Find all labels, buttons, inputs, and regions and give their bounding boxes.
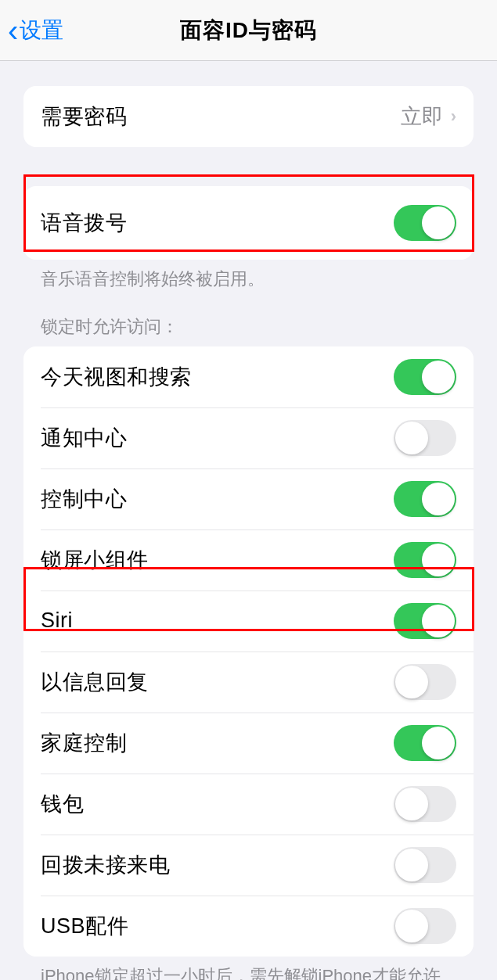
toggle-knob: [422, 206, 455, 239]
group-voice-dial: 语音拨号: [23, 186, 474, 260]
cell-lock-item: 家庭控制: [23, 713, 474, 774]
cell-lock-item: 锁屏小组件: [23, 529, 474, 591]
cell-lock-item: USB配件: [23, 896, 474, 957]
lock-item-toggle[interactable]: [394, 420, 456, 456]
cell-right: 立即 ›: [401, 102, 456, 131]
lock-item-toggle[interactable]: [394, 542, 456, 578]
voice-dial-footnote: 音乐语音控制将始终被启用。: [0, 260, 497, 292]
chevron-right-icon: ›: [451, 106, 456, 127]
cell-label: Siri: [41, 608, 73, 633]
cell-label: 家庭控制: [41, 729, 127, 757]
cell-require-passcode[interactable]: 需要密码 立即 ›: [23, 86, 474, 147]
toggle-knob: [395, 788, 428, 820]
cell-lock-item: 控制中心: [23, 468, 474, 529]
lock-item-toggle[interactable]: [394, 603, 456, 639]
navigation-bar: ‹ 设置 面容ID与密码: [0, 0, 497, 61]
page-title: 面容ID与密码: [180, 16, 317, 45]
cell-lock-item: 钱包: [23, 774, 474, 835]
cell-label: 控制中心: [41, 485, 127, 513]
cell-lock-item: Siri: [23, 591, 474, 652]
toggle-knob: [395, 910, 428, 942]
cell-lock-item: 通知中心: [23, 407, 474, 468]
lock-item-toggle[interactable]: [394, 908, 456, 944]
toggle-knob: [422, 605, 455, 637]
toggle-knob: [422, 483, 455, 515]
lock-item-toggle[interactable]: [394, 359, 456, 395]
group-require-passcode: 需要密码 立即 ›: [23, 86, 474, 147]
toggle-knob: [422, 544, 455, 576]
toggle-knob: [422, 361, 455, 393]
lock-item-toggle[interactable]: [394, 847, 456, 883]
toggle-knob: [395, 422, 428, 454]
toggle-knob: [422, 727, 455, 759]
chevron-left-icon: ‹: [8, 15, 18, 46]
cell-label: 钱包: [41, 790, 84, 818]
cell-label: USB配件: [41, 912, 128, 940]
lock-item-toggle[interactable]: [394, 481, 456, 517]
lock-item-toggle[interactable]: [394, 664, 456, 700]
cell-label: 语音拨号: [41, 209, 127, 237]
voice-dial-toggle[interactable]: [394, 205, 456, 241]
cell-label: 需要密码: [41, 102, 127, 131]
cell-lock-item: 回拨未接来电: [23, 835, 474, 896]
lock-item-toggle[interactable]: [394, 725, 456, 761]
lock-item-toggle[interactable]: [394, 786, 456, 822]
cell-lock-item: 今天视图和搜索: [23, 346, 474, 407]
cell-label: 回拨未接来电: [41, 851, 170, 879]
back-button[interactable]: ‹ 设置: [8, 15, 63, 46]
back-label: 设置: [20, 16, 63, 45]
cell-voice-dial: 语音拨号: [23, 186, 474, 260]
group-lock-access: 今天视图和搜索通知中心控制中心锁屏小组件Siri以信息回复家庭控制钱包回拨未接来…: [23, 346, 474, 957]
cell-label: 以信息回复: [41, 668, 149, 696]
cell-lock-item: 以信息回复: [23, 652, 474, 713]
cell-label: 今天视图和搜索: [41, 363, 192, 391]
cell-label: 通知中心: [41, 424, 127, 452]
toggle-knob: [395, 849, 428, 881]
lock-access-header: 锁定时允许访问：: [0, 292, 497, 346]
cell-label: 锁屏小组件: [41, 546, 149, 574]
toggle-knob: [395, 666, 428, 698]
usb-footnote: iPhone锁定超过一小时后，需先解锁iPhone才能允许USB配件连接。: [0, 957, 497, 980]
cell-value: 立即: [401, 102, 443, 131]
